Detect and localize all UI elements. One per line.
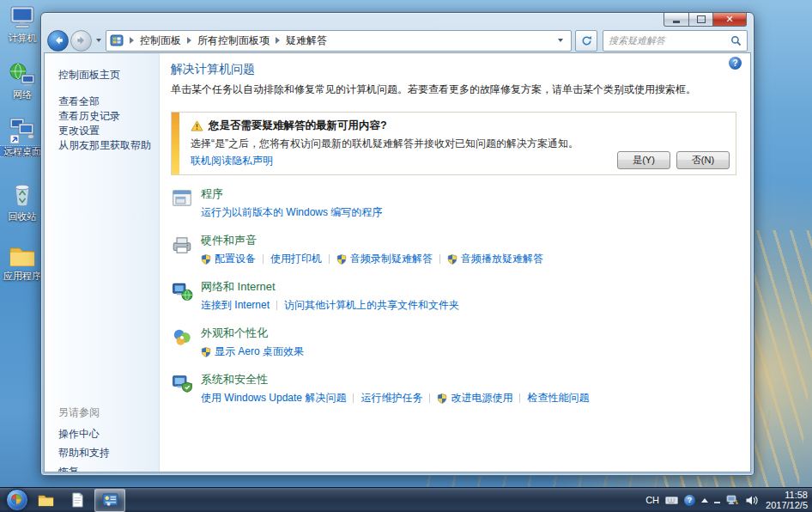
desktop-icon-apps-folder[interactable]: 应用程序 xyxy=(0,243,45,281)
history-dropdown-icon[interactable] xyxy=(96,39,101,42)
uac-shield-icon xyxy=(201,347,211,357)
link-check-performance-issues[interactable]: 检查性能问题 xyxy=(527,391,589,405)
back-button[interactable] xyxy=(47,30,69,52)
link-windows-update-fix[interactable]: 使用 Windows Update 解决问题 xyxy=(201,391,346,405)
sidebar-item-view-all[interactable]: 查看全部 xyxy=(58,96,159,107)
explorer-folder-icon xyxy=(37,493,55,508)
minimize-icon xyxy=(673,21,680,23)
divider xyxy=(429,393,430,403)
sidebar-item-action-center[interactable]: 操作中心 xyxy=(58,427,154,442)
maximize-icon xyxy=(697,15,706,23)
taskbar-notepad-button[interactable] xyxy=(63,490,92,511)
link-run-older-programs[interactable]: 运行为以前版本的 Windows 编写的程序 xyxy=(201,205,382,220)
desktop-icon-network[interactable]: 网络 xyxy=(0,62,45,100)
taskbar-clock[interactable]: 11:58 2017/12/5 xyxy=(766,490,808,510)
help-tray-icon[interactable]: ? xyxy=(684,495,695,506)
category-network-internet: 网络和 Internet 连接到 Internet 访问其他计算机上的共享文件和… xyxy=(171,279,736,313)
address-bar[interactable]: 控制面板 所有控制面板项 疑难解答 xyxy=(106,30,572,52)
sidebar-item-recovery[interactable]: 恢复 xyxy=(58,465,154,472)
refresh-button[interactable] xyxy=(575,30,597,52)
close-icon: ✕ xyxy=(725,15,733,24)
category-hardware-and-sound: 硬件和声音 配置设备 使用打印机 音频录制疑难解答 音频播放疑难解答 xyxy=(171,233,736,266)
category-title-hardware-sound[interactable]: 硬件和声音 xyxy=(201,233,543,248)
taskbar-troubleshooting-button[interactable] xyxy=(94,489,125,512)
link-use-printer[interactable]: 使用打印机 xyxy=(270,252,322,266)
update-content-banner: 您是否需要疑难解答的最新可用内容? 选择“是”之后，您将有权访问最新的联机疑难解… xyxy=(171,112,736,175)
divider xyxy=(329,254,330,264)
close-button[interactable]: ✕ xyxy=(713,13,747,27)
sidebar-item-get-help-from-friend[interactable]: 从朋友那里获取帮助 xyxy=(58,140,159,150)
desktop-icon-recycle-bin[interactable]: 回收站 xyxy=(0,180,45,222)
sidebar-item-control-panel-home[interactable]: 控制面板主页 xyxy=(58,68,159,82)
forward-button[interactable] xyxy=(70,30,92,52)
link-run-maintenance-tasks[interactable]: 运行维护任务 xyxy=(361,391,422,405)
breadcrumb-troubleshooting[interactable]: 疑难解答 xyxy=(286,34,327,48)
warning-icon xyxy=(191,120,203,131)
desktop-icon-label: 网络 xyxy=(0,89,45,100)
link-display-aero-effects[interactable]: 显示 Aero 桌面效果 xyxy=(201,344,304,359)
address-dropdown-icon[interactable] xyxy=(558,39,563,42)
folder-icon xyxy=(8,243,37,269)
breadcrumb-control-panel[interactable]: 控制面板 xyxy=(140,34,181,48)
divider xyxy=(519,393,520,403)
desktop-icon-remote-desktop[interactable]: 远程桌面 xyxy=(0,117,45,156)
minimize-button[interactable] xyxy=(664,13,689,27)
show-hidden-icons-button[interactable] xyxy=(701,498,708,503)
keyboard-layout-icon[interactable] xyxy=(665,496,678,505)
search-input[interactable]: 搜索疑难解答 xyxy=(603,30,748,52)
sidebar-item-help-and-support[interactable]: 帮助和支持 xyxy=(58,446,154,460)
maximize-button[interactable] xyxy=(689,13,713,27)
link-audio-playback-troubleshooter[interactable]: 音频播放疑难解答 xyxy=(447,252,543,266)
link-access-shared-files[interactable]: 访问其他计算机上的共享文件和文件夹 xyxy=(284,298,459,313)
navigation-bar: 控制面板 所有控制面板项 疑难解答 搜索疑难解答 xyxy=(41,27,754,53)
category-title-appearance[interactable]: 外观和个性化 xyxy=(201,326,304,341)
desktop-icon-label: 应用程序 xyxy=(0,271,45,281)
link-configure-device[interactable]: 配置设备 xyxy=(201,252,256,266)
page-subtitle: 单击某个任务以自动排除和修复常见的计算机问题。若要查看更多的故障修复方案，请单击… xyxy=(171,82,736,97)
breadcrumb-separator-icon xyxy=(276,37,280,44)
category-title-network-internet[interactable]: 网络和 Internet xyxy=(201,279,459,295)
windows-logo-icon xyxy=(11,494,21,504)
category-system-security: 系统和安全性 使用 Windows Update 解决问题 运行维护任务 改进电… xyxy=(171,372,736,405)
see-also-header: 另请参阅 xyxy=(58,405,154,420)
network-globe-icon xyxy=(8,62,37,88)
category-title-programs[interactable]: 程序 xyxy=(201,186,382,202)
breadcrumb-all-items[interactable]: 所有控制面板项 xyxy=(197,34,270,48)
hardware-sound-icon xyxy=(171,234,193,256)
desktop-icon-label: 远程桌面 xyxy=(0,146,45,156)
window-content: 控制面板主页 查看全部 查看历史记录 更改设置 从朋友那里获取帮助 另请参阅 操… xyxy=(44,52,751,472)
clock-time: 11:58 xyxy=(766,490,808,500)
caption-buttons: ✕ xyxy=(664,13,747,27)
desktop-icon-label: 回收站 xyxy=(0,211,45,222)
taskbar-explorer-button[interactable] xyxy=(31,490,60,511)
uac-shield-icon xyxy=(336,254,347,265)
breadcrumb-separator-icon xyxy=(130,37,134,44)
link-audio-recording-troubleshooter[interactable]: 音频录制疑难解答 xyxy=(336,252,433,266)
start-button[interactable] xyxy=(6,489,28,511)
desktop-icon-label: 计算机 xyxy=(0,33,45,43)
back-arrow-icon xyxy=(53,35,64,46)
language-indicator[interactable]: CH xyxy=(645,495,659,505)
search-icon[interactable] xyxy=(730,35,742,46)
sidebar-item-change-settings[interactable]: 更改设置 xyxy=(58,125,159,136)
link-improve-power-usage[interactable]: 改进电源使用 xyxy=(437,391,512,405)
remote-desktop-icon xyxy=(8,117,37,144)
clock-date: 2017/12/5 xyxy=(766,500,808,510)
see-also-section: 另请参阅 操作中心 帮助和支持 恢复 xyxy=(58,405,154,472)
network-tray-icon[interactable] xyxy=(726,495,739,506)
help-icon[interactable]: ? xyxy=(729,57,742,70)
divider xyxy=(439,254,440,264)
language-bar-minimize[interactable] xyxy=(714,497,720,503)
banner-description: 选择“是”之后，您将有权访问最新的联机疑难解答并接收对已知问题的解决方案通知。 xyxy=(191,137,727,151)
breadcrumb-separator-icon xyxy=(187,37,191,44)
category-programs: 程序 运行为以前版本的 Windows 编写的程序 xyxy=(171,186,736,220)
uac-shield-icon xyxy=(201,254,211,265)
category-title-system-security[interactable]: 系统和安全性 xyxy=(201,372,589,387)
yes-button[interactable]: 是(Y) xyxy=(617,151,670,169)
volume-tray-icon[interactable] xyxy=(745,495,758,506)
forward-arrow-icon xyxy=(76,35,87,46)
link-connect-to-internet[interactable]: 连接到 Internet xyxy=(201,298,270,313)
sidebar-item-view-history[interactable]: 查看历史记录 xyxy=(58,111,159,121)
no-button[interactable]: 否(N) xyxy=(676,151,730,169)
desktop-icon-computer[interactable]: 计算机 xyxy=(0,5,45,43)
